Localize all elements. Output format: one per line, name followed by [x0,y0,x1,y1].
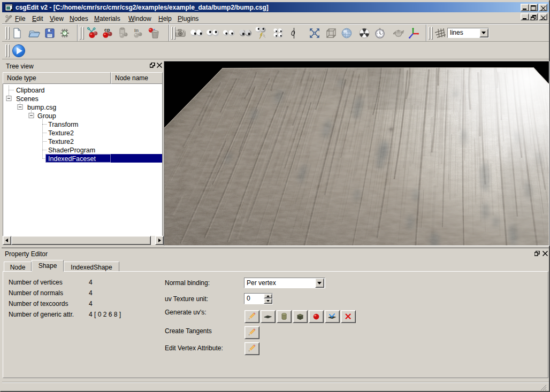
svg-text:bump.csg: bump.csg [27,104,56,111]
svg-text:Transform: Transform [48,121,79,128]
svg-text:In: In [134,28,139,33]
svg-text:cp: cp [104,27,110,33]
svg-text:IndexedFaceset: IndexedFaceset [48,155,96,163]
svg-text:Scenes: Scenes [16,95,39,103]
svg-text:Group: Group [37,112,56,120]
svg-text:Texture2: Texture2 [48,129,74,137]
svg-text:Clipboard: Clipboard [16,87,45,94]
svg-text:ShaderProgram: ShaderProgram [48,147,95,154]
svg-text:Texture2: Texture2 [48,138,74,145]
